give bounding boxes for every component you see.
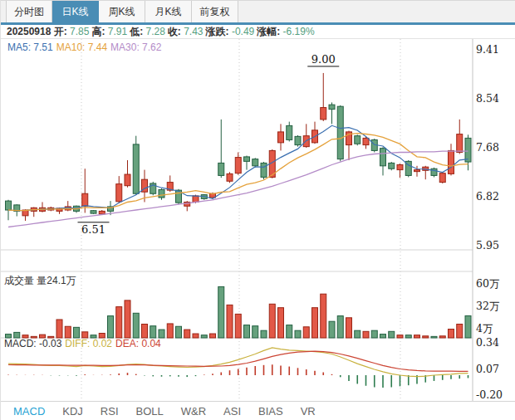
macd-header: MACD: -0.03DIFF: 0.02DEA: 0.04	[4, 338, 164, 349]
indicator-tab-W&R[interactable]: W&R	[181, 405, 206, 418]
svg-text:6.82: 6.82	[476, 190, 499, 203]
svg-text:5.95: 5.95	[476, 239, 499, 252]
macd-value-label: DEA: 0.04	[115, 338, 161, 349]
indicator-tab-VR[interactable]: VR	[301, 405, 316, 418]
svg-text:32万: 32万	[476, 300, 499, 312]
info-value: 7.91	[108, 26, 127, 37]
info-label: 开:	[54, 26, 70, 37]
svg-text:-0.20: -0.20	[476, 388, 503, 401]
indicator-tab-KDJ[interactable]: KDJ	[62, 405, 83, 418]
svg-text:60万: 60万	[476, 277, 499, 290]
stock-chart-app: 分时图日K线周K线月K线前复权 20250918 开: 7.85高: 7.91低…	[0, 0, 515, 420]
svg-text:9.41: 9.41	[476, 43, 499, 56]
svg-text:4万: 4万	[476, 322, 493, 335]
info-value: 7.43	[184, 26, 203, 37]
tab-分时图[interactable]: 分时图	[6, 1, 52, 23]
tab-月K线[interactable]: 月K线	[145, 1, 192, 23]
volume-value: 量24.1万	[37, 275, 76, 286]
tab-日K线[interactable]: 日K线	[52, 1, 99, 23]
tab-周K线[interactable]: 周K线	[99, 1, 145, 23]
svg-text:7.68: 7.68	[476, 141, 499, 154]
info-label: 收:	[168, 26, 184, 37]
tab-前复权[interactable]: 前复权	[192, 1, 238, 23]
indicator-tab-BIAS[interactable]: BIAS	[258, 405, 283, 418]
info-value: -0.49	[232, 26, 254, 37]
info-label: 低:	[130, 26, 145, 37]
period-tab-bar: 分时图日K线周K线月K线前复权	[1, 0, 515, 22]
volume-title: 成交量	[4, 275, 34, 286]
info-label: 涨幅:	[257, 26, 282, 37]
indicator-tab-MACD[interactable]: MACD	[13, 405, 45, 418]
info-value: 7.85	[70, 26, 89, 37]
info-value: -6.19%	[283, 26, 315, 37]
macd-value-label: MACD: -0.03	[4, 338, 61, 349]
indicator-tab-ASI[interactable]: ASI	[223, 405, 241, 418]
svg-text:9.00: 9.00	[311, 53, 336, 66]
indicator-tab-bar: MACDKDJRSIBOLLW&RASIBIASVR	[1, 401, 515, 420]
ohlc-info-bar: 20250918 开: 7.85高: 7.91低: 7.28收: 7.43涨跌:…	[1, 25, 515, 39]
indicator-tab-BOLL[interactable]: BOLL	[136, 405, 164, 418]
svg-text:6.51: 6.51	[81, 223, 105, 236]
volume-header: 成交量 量24.1万	[4, 274, 76, 288]
svg-text:8.54: 8.54	[476, 92, 499, 105]
info-label: 涨跌:	[206, 26, 232, 37]
info-label: 高:	[91, 26, 107, 37]
macd-value-label: DIFF: 0.02	[65, 338, 112, 349]
trade-date: 20250918	[7, 26, 54, 37]
svg-text:0.07: 0.07	[476, 363, 499, 375]
svg-text:0.34: 0.34	[476, 336, 499, 349]
info-value: 7.28	[145, 26, 164, 37]
indicator-tab-RSI[interactable]: RSI	[101, 405, 119, 418]
